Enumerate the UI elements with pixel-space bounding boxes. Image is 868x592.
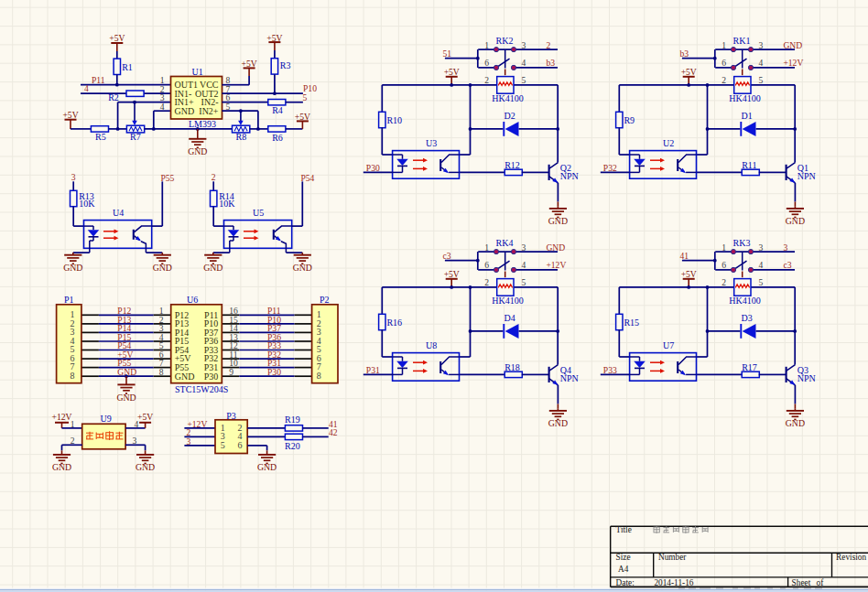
svg-text:U5: U5 bbox=[253, 208, 264, 218]
svg-text:P54: P54 bbox=[300, 173, 314, 183]
svg-text:P55: P55 bbox=[160, 173, 174, 183]
svg-text:+5V: +5V bbox=[444, 67, 460, 77]
svg-text:R17: R17 bbox=[742, 362, 757, 372]
svg-text:5: 5 bbox=[303, 92, 308, 102]
svg-text:STC15W204S: STC15W204S bbox=[175, 384, 228, 394]
svg-text:NPN: NPN bbox=[560, 171, 579, 181]
svg-text:2: 2 bbox=[212, 172, 216, 182]
svg-text:+5V: +5V bbox=[109, 33, 125, 43]
svg-text:HK4100: HK4100 bbox=[729, 296, 760, 306]
svg-text:P30: P30 bbox=[366, 163, 380, 173]
svg-text:GND: GND bbox=[63, 263, 82, 273]
svg-text:GND: GND bbox=[257, 462, 277, 472]
svg-text:R8: R8 bbox=[236, 132, 247, 142]
svg-text:R20: R20 bbox=[285, 441, 300, 451]
svg-text:4: 4 bbox=[160, 102, 165, 112]
svg-text:Number: Number bbox=[658, 553, 687, 562]
svg-text:GND: GND bbox=[786, 418, 805, 428]
svg-text:GND: GND bbox=[548, 418, 568, 428]
svg-text:GND: GND bbox=[786, 216, 805, 226]
svg-text:5: 5 bbox=[758, 75, 763, 85]
svg-text:GND: GND bbox=[175, 106, 195, 116]
svg-text:R16: R16 bbox=[386, 318, 402, 328]
svg-text:+5V: +5V bbox=[295, 112, 310, 122]
svg-text:6: 6 bbox=[238, 440, 243, 450]
svg-text:GND: GND bbox=[175, 371, 195, 382]
svg-text:1: 1 bbox=[71, 419, 75, 429]
svg-text:P31: P31 bbox=[366, 365, 380, 375]
svg-text:GND: GND bbox=[548, 216, 568, 226]
svg-text:P11: P11 bbox=[92, 75, 105, 85]
svg-text:RK1: RK1 bbox=[733, 36, 751, 46]
svg-text:+5V: +5V bbox=[62, 110, 78, 120]
svg-text:R6: R6 bbox=[272, 133, 283, 143]
svg-text:3: 3 bbox=[521, 40, 526, 50]
svg-text:P2: P2 bbox=[320, 295, 330, 305]
svg-text:U4: U4 bbox=[113, 208, 124, 218]
svg-text:IN2+: IN2+ bbox=[199, 106, 219, 116]
svg-text:2014-11-16: 2014-11-16 bbox=[654, 578, 693, 587]
svg-text:+5V: +5V bbox=[242, 59, 257, 69]
svg-text:2: 2 bbox=[71, 436, 75, 446]
svg-text:LM393: LM393 bbox=[189, 119, 216, 129]
svg-text:c3: c3 bbox=[442, 251, 450, 261]
svg-text:2: 2 bbox=[722, 75, 726, 85]
svg-text:9: 9 bbox=[229, 367, 233, 377]
svg-text:U7: U7 bbox=[663, 340, 674, 350]
svg-text:2: 2 bbox=[546, 40, 550, 50]
svg-text:P3: P3 bbox=[226, 411, 236, 421]
svg-text:42: 42 bbox=[329, 427, 338, 437]
svg-text:10K: 10K bbox=[79, 199, 95, 209]
svg-text:+5V: +5V bbox=[681, 67, 697, 77]
svg-text:GND: GND bbox=[783, 40, 802, 50]
svg-text:RK4: RK4 bbox=[496, 238, 514, 248]
svg-text:U6: U6 bbox=[187, 295, 198, 305]
svg-text:51: 51 bbox=[442, 48, 451, 59]
svg-text:6: 6 bbox=[722, 58, 726, 68]
svg-text:NPN: NPN bbox=[797, 373, 816, 383]
svg-text:Sheet: Sheet bbox=[792, 578, 811, 587]
svg-text:6: 6 bbox=[484, 260, 489, 270]
svg-text:P30: P30 bbox=[204, 371, 219, 382]
svg-text:+12V: +12V bbox=[546, 260, 566, 270]
svg-text:GND: GND bbox=[52, 462, 71, 472]
svg-text:Title: Title bbox=[616, 525, 632, 534]
svg-text:U9: U9 bbox=[101, 414, 112, 424]
svg-text:+5V: +5V bbox=[444, 269, 460, 279]
svg-text:b3: b3 bbox=[679, 48, 689, 59]
svg-text:10K: 10K bbox=[219, 199, 235, 209]
svg-text:5: 5 bbox=[521, 277, 526, 287]
svg-text:3: 3 bbox=[758, 242, 763, 253]
svg-text:P33: P33 bbox=[603, 365, 617, 375]
svg-text:2: 2 bbox=[722, 277, 726, 287]
svg-text:of: of bbox=[817, 578, 825, 587]
svg-text:R10: R10 bbox=[386, 115, 402, 125]
svg-text:GND: GND bbox=[203, 263, 222, 273]
svg-text:U1: U1 bbox=[192, 67, 203, 77]
svg-text:R9: R9 bbox=[624, 115, 635, 125]
svg-text:+12V: +12V bbox=[52, 412, 72, 422]
svg-text:R18: R18 bbox=[505, 362, 520, 372]
svg-text:U3: U3 bbox=[426, 138, 437, 148]
svg-text:4: 4 bbox=[758, 58, 763, 68]
svg-text:HK4100: HK4100 bbox=[492, 296, 523, 306]
svg-text:3: 3 bbox=[758, 40, 763, 50]
svg-text:P1: P1 bbox=[64, 295, 74, 305]
svg-text:NPN: NPN bbox=[560, 373, 579, 383]
svg-text:A4: A4 bbox=[618, 565, 629, 574]
svg-text:R4: R4 bbox=[272, 105, 283, 115]
svg-text:4: 4 bbox=[84, 83, 89, 93]
svg-text:4: 4 bbox=[758, 260, 763, 270]
svg-text:b3: b3 bbox=[546, 58, 555, 68]
svg-text:Revision: Revision bbox=[836, 553, 866, 562]
svg-text:8: 8 bbox=[71, 371, 75, 381]
svg-text:GND: GND bbox=[546, 242, 565, 253]
svg-text:1: 1 bbox=[722, 40, 726, 50]
svg-text:1: 1 bbox=[484, 40, 489, 50]
svg-text:5: 5 bbox=[758, 277, 763, 287]
svg-text:D2: D2 bbox=[505, 111, 515, 121]
svg-text:R3: R3 bbox=[280, 60, 291, 70]
svg-text:RK2: RK2 bbox=[496, 36, 514, 46]
svg-text:R15: R15 bbox=[624, 318, 639, 328]
svg-text:R19: R19 bbox=[285, 414, 300, 425]
